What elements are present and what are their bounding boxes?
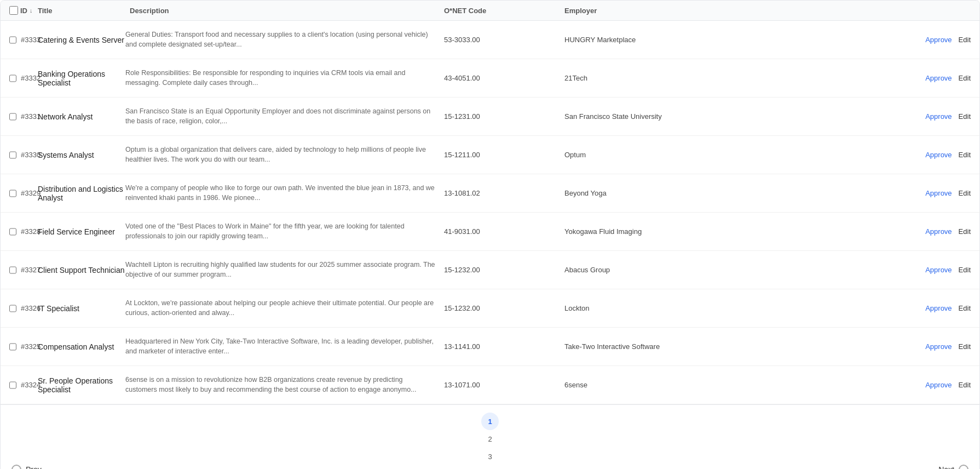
cell-onet: 13-1141.00 [444,342,564,351]
cell-title: Sr. People Operations Specialist [38,376,125,394]
select-all-checkbox[interactable] [9,6,18,15]
cell-employer: Lockton [564,304,883,312]
cell-title: Network Analyst [38,112,125,121]
pagination: Prev 123...8910 Next [1,404,979,469]
cell-title: Compensation Analyst [38,342,125,351]
cell-employer: Optum [564,151,883,159]
table-row: #3328 Field Service Engineer Voted one o… [1,213,979,251]
approve-button[interactable]: Approve [925,189,952,197]
table-row: #3326 IT Specialist At Lockton, we're pa… [1,289,979,328]
prev-label: Prev [26,465,42,469]
cell-title: Systems Analyst [38,151,125,159]
next-button[interactable]: Next [938,465,969,469]
cell-title: Distribution and Logistics Analyst [38,185,125,202]
row-checkbox-3[interactable] [9,151,16,159]
cell-description: Optum is a global organization that deli… [125,145,444,164]
cell-actions: Approve Edit [883,189,971,197]
approve-button[interactable]: Approve [925,227,952,236]
edit-button[interactable]: Edit [959,189,971,197]
edit-button[interactable]: Edit [959,151,971,159]
row-checkbox-4[interactable] [9,189,16,198]
cell-onet: 15-1232.00 [444,304,564,312]
cell-description: Headquartered in New York City, Take-Two… [125,337,444,356]
col-header-employer: Employer [564,7,883,15]
page-button-3[interactable]: 3 [481,448,499,465]
approve-button[interactable]: Approve [925,342,952,351]
cell-description: General Duties: Transport food and neces… [125,30,444,49]
table-row: #3330 Systems Analyst Optum is a global … [1,136,979,174]
approve-button[interactable]: Approve [925,266,952,274]
cell-title: Field Service Engineer [38,227,125,236]
col-header-title: Title [38,7,125,15]
row-checkbox-0[interactable] [9,36,16,44]
col-header-id: ID ↓ [9,6,38,15]
cell-description: Voted one of the "Best Places to Work in… [125,222,444,241]
cell-employer: Abacus Group [564,266,883,274]
table-body: #3333 Catering & Events Server General D… [1,21,979,404]
table-row: #3331 Network Analyst San Francisco Stat… [1,98,979,136]
edit-button[interactable]: Edit [959,112,971,121]
page-button-2[interactable]: 2 [481,430,499,448]
cell-title: Client Support Technician [38,266,125,274]
row-checkbox-5[interactable] [9,227,16,236]
approve-button[interactable]: Approve [925,74,952,82]
col-header-description: Description [125,7,444,15]
cell-actions: Approve Edit [883,342,971,351]
row-checkbox-1[interactable] [9,74,16,83]
row-checkbox-2[interactable] [9,112,16,121]
row-checkbox-8[interactable] [9,342,16,351]
approve-button[interactable]: Approve [925,151,952,159]
edit-button[interactable]: Edit [959,304,971,312]
edit-button[interactable]: Edit [959,381,971,389]
id-label: ID [20,7,27,15]
cell-actions: Approve Edit [883,227,971,236]
cell-actions: Approve Edit [883,304,971,312]
cell-actions: Approve Edit [883,36,971,44]
table-row: #3333 Catering & Events Server General D… [1,21,979,59]
row-checkbox-9[interactable] [9,381,16,390]
edit-button[interactable]: Edit [959,342,971,351]
cell-employer: HUNGRY Marketplace [564,36,883,44]
next-label: Next [938,465,954,469]
approve-button[interactable]: Approve [925,36,952,44]
jobs-table-container: ID ↓ Title Description O*NET Code Employ… [0,0,980,469]
page-button-1[interactable]: 1 [481,413,499,430]
cell-actions: Approve Edit [883,266,971,274]
table-header: ID ↓ Title Description O*NET Code Employ… [1,1,979,21]
edit-button[interactable]: Edit [959,266,971,274]
col-header-onet: O*NET Code [444,7,564,15]
cell-actions: Approve Edit [883,112,971,121]
approve-button[interactable]: Approve [925,112,952,121]
edit-button[interactable]: Edit [959,227,971,236]
cell-onet: 13-1071.00 [444,381,564,389]
next-radio-icon [959,465,969,469]
cell-employer: Beyond Yoga [564,189,883,197]
cell-description: San Francisco State is an Equal Opportun… [125,107,444,126]
cell-title: IT Specialist [38,304,125,313]
table-row: #3332 Banking Operations Specialist Role… [1,59,979,98]
cell-actions: Approve Edit [883,74,971,82]
cell-description: Role Responsibilities: Be responsible fo… [125,68,444,88]
page-buttons: 123...8910 [481,413,499,469]
cell-description: At Lockton, we're passionate about helpi… [125,299,444,318]
table-row: #3324 Sr. People Operations Specialist 6… [1,366,979,404]
cell-actions: Approve Edit [883,381,971,389]
cell-employer: 6sense [564,381,883,389]
edit-button[interactable]: Edit [959,36,971,44]
cell-employer: Yokogawa Fluid Imaging [564,227,883,236]
cell-onet: 15-1211.00 [444,151,564,159]
cell-title: Banking Operations Specialist [38,70,125,87]
cell-onet: 41-9031.00 [444,227,564,236]
edit-button[interactable]: Edit [959,74,971,82]
row-checkbox-7[interactable] [9,304,16,313]
prev-button[interactable]: Prev [11,465,42,469]
approve-button[interactable]: Approve [925,381,952,389]
cell-title: Catering & Events Server [38,36,125,44]
approve-button[interactable]: Approve [925,304,952,312]
table-row: #3327 Client Support Technician Wachtell… [1,251,979,289]
prev-radio-icon [11,465,21,469]
row-checkbox-6[interactable] [9,266,16,274]
cell-onet: 13-1081.02 [444,189,564,197]
cell-description: 6sense is on a mission to revolutionize … [125,375,444,394]
page-ellipsis: ... [481,466,492,469]
